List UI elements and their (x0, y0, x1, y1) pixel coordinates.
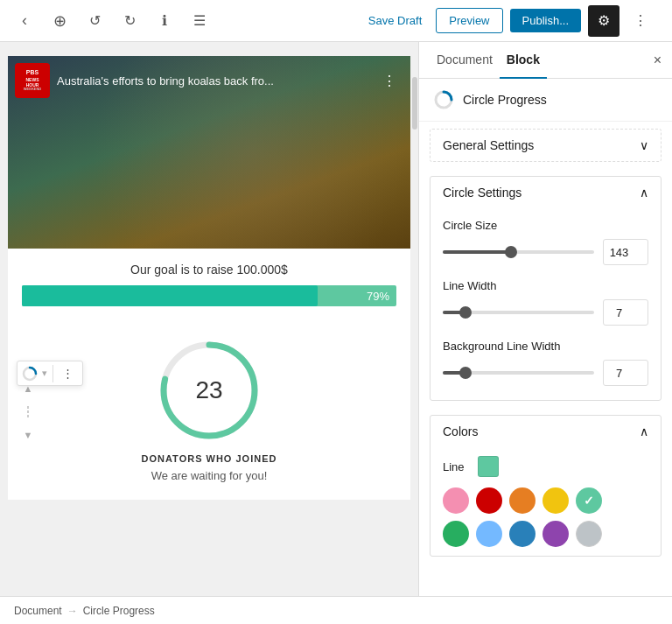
color-red[interactable] (476, 487, 502, 514)
gear-icon: ⚙ (598, 12, 610, 29)
video-block: PBS NEWS HOUR WEEKEND Australia's effort… (8, 56, 410, 249)
save-draft-button[interactable]: Save Draft (361, 9, 429, 32)
main-area: ▲ ▼ PBS NEWS HOUR (0, 42, 672, 596)
chevron-up-icon: ∧ (640, 186, 648, 200)
preview-button[interactable]: Preview (436, 8, 502, 33)
progress-bar-container: 79% (22, 285, 396, 306)
general-settings-toggle[interactable]: General Settings ∨ (430, 130, 661, 161)
block-type-icon (21, 365, 38, 382)
bg-line-width-track[interactable] (443, 371, 594, 375)
line-width-label: Line Width (443, 279, 648, 292)
color-light-gray[interactable] (576, 521, 602, 547)
color-blue[interactable] (509, 521, 536, 547)
circle-size-label: Circle Size (443, 219, 648, 232)
tab-document[interactable]: Document (430, 42, 500, 79)
line-width-thumb[interactable] (459, 306, 472, 319)
circle-settings-section: Circle Settings ∧ Circle Size (430, 176, 662, 401)
toolbar-left: ‹ ⊕ ↺ ↻ ℹ ☰ (10, 7, 214, 35)
pbs-logo: PBS NEWS HOUR WEEKEND (15, 63, 50, 98)
progress-bar-label: 79% (367, 290, 389, 303)
bg-line-width-row: Background Line Width (443, 340, 648, 386)
circle-size-thumb[interactable] (505, 246, 517, 258)
color-grid-row1 (443, 487, 648, 514)
color-orange[interactable] (509, 487, 536, 514)
publish-button[interactable]: Publish... (510, 9, 581, 32)
donators-label: DONATORS WHO JOINED (142, 453, 277, 464)
block-options-button[interactable]: ⋮ (57, 363, 79, 383)
chevron-down-icon: ∨ (640, 138, 648, 152)
colors-toggle[interactable]: Colors ∧ (430, 416, 661, 447)
video-top-bar: PBS NEWS HOUR WEEKEND Australia's effort… (8, 56, 410, 105)
back-button[interactable]: ‹ (10, 7, 38, 35)
bg-line-width-input[interactable] (603, 360, 648, 386)
color-teal[interactable] (576, 487, 602, 514)
panel-tabs: Document Block × (419, 42, 672, 79)
add-icon: ⊕ (53, 11, 66, 31)
colors-chevron-up-icon: ∧ (640, 424, 648, 438)
circle-container: 23 (157, 338, 262, 443)
goal-text: Our goal is to raise 100.000$ (22, 263, 396, 277)
breadcrumb-separator: → (67, 605, 78, 617)
settings-button[interactable]: ⚙ (588, 5, 620, 37)
progress-section: Our goal is to raise 100.000$ 79% (8, 249, 410, 320)
colors-body: Line (430, 447, 661, 556)
colors-section: Colors ∧ Line (430, 415, 662, 557)
color-pink[interactable] (443, 487, 469, 514)
more-options-button[interactable]: ⋮ (626, 7, 654, 35)
back-icon: ‹ (22, 11, 27, 30)
editor-scrollbar[interactable] (411, 42, 418, 596)
circle-settings-body: Circle Size Line Width (430, 208, 661, 400)
toolbar-actions: Save Draft Preview Publish... ⚙ ⋮ (214, 5, 662, 37)
circle-settings-label: Circle Settings (443, 186, 522, 200)
undo-button[interactable]: ↺ (80, 7, 108, 35)
breadcrumb-circle-progress[interactable]: Circle Progress (83, 605, 155, 617)
colors-label: Colors (443, 424, 478, 438)
info-button[interactable]: ℹ (150, 7, 178, 35)
tab-block[interactable]: Block (500, 42, 547, 79)
breadcrumb-document[interactable]: Document (14, 605, 62, 617)
color-green[interactable] (443, 521, 469, 547)
line-width-input[interactable] (603, 299, 648, 326)
line-width-row: Line Width (443, 279, 648, 326)
scroll-down-button[interactable]: ▼ (14, 421, 42, 449)
progress-bar-fill (22, 285, 318, 306)
redo-button[interactable]: ↻ (116, 7, 144, 35)
circle-settings-toggle[interactable]: Circle Settings ∧ (430, 177, 661, 208)
general-settings-label: General Settings (443, 138, 534, 152)
editor-area: ▲ ▼ PBS NEWS HOUR (0, 42, 418, 596)
panel-close-button[interactable]: × (654, 53, 662, 68)
right-panel: Document Block × Circle Progress General… (418, 42, 672, 596)
bg-line-width-control (443, 360, 648, 386)
circle-size-control (443, 239, 648, 265)
breadcrumb: Document → Circle Progress (0, 596, 672, 624)
line-width-control (443, 299, 648, 326)
waiting-text: We are waiting for you! (151, 469, 268, 482)
line-width-track[interactable] (443, 311, 594, 314)
editor-content: PBS NEWS HOUR WEEKEND Australia's effort… (8, 56, 410, 500)
circle-size-fill (443, 250, 511, 254)
color-grid-row2 (443, 521, 648, 547)
line-color-swatch[interactable] (478, 456, 499, 477)
list-icon: ☰ (193, 12, 206, 29)
video-more-button[interactable]: ⋮ (375, 69, 403, 93)
block-toolbar: ▾ ⋮ (17, 361, 83, 386)
redo-icon: ↻ (124, 12, 136, 29)
circle-size-input[interactable] (603, 239, 648, 265)
circle-progress-section: 23 DONATORS WHO JOINED We are waiting fo… (8, 320, 410, 500)
undo-icon: ↺ (89, 12, 101, 29)
line-color-label: Line (443, 460, 469, 473)
circle-size-track[interactable] (443, 250, 594, 254)
list-view-button[interactable]: ☰ (186, 7, 214, 35)
circle-progress-svg (157, 338, 262, 443)
bg-line-width-thumb[interactable] (459, 367, 472, 379)
scroll-thumb[interactable] (412, 77, 417, 130)
info-icon: ℹ (162, 12, 167, 29)
color-light-blue[interactable] (476, 521, 502, 547)
ellipsis-icon: ⋮ (634, 12, 648, 29)
add-block-button[interactable]: ⊕ (46, 7, 74, 35)
color-yellow[interactable] (542, 487, 569, 514)
toolbar: ‹ ⊕ ↺ ↻ ℹ ☰ Save Draft Preview Publish..… (0, 0, 672, 42)
general-settings-section: General Settings ∨ (430, 129, 662, 162)
color-purple[interactable] (542, 521, 569, 547)
circle-size-row: Circle Size (443, 219, 648, 265)
